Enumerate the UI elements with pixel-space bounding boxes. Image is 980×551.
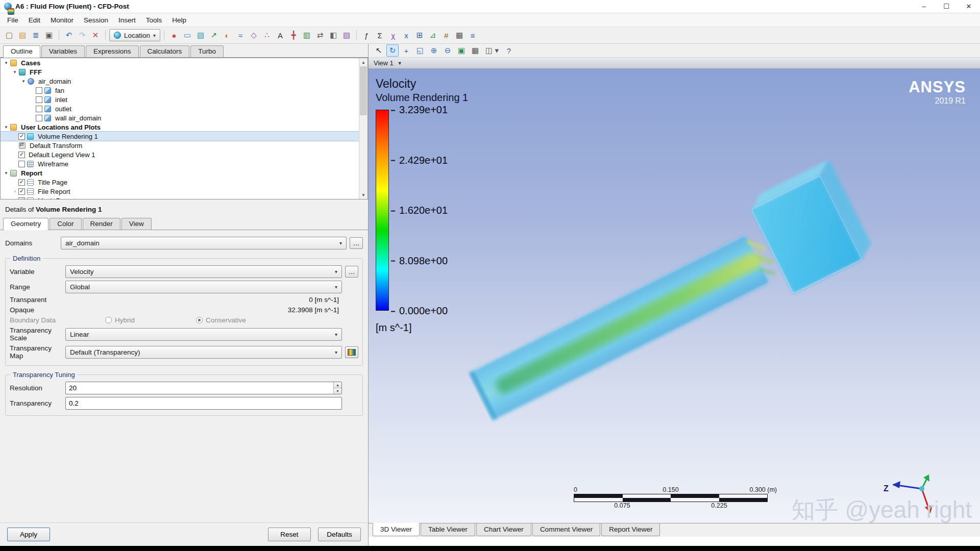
tree-item-default-transform[interactable]: Default Transform xyxy=(1,141,359,150)
menu-session[interactable]: Session xyxy=(79,14,113,26)
expander-icon[interactable]: › xyxy=(11,189,18,194)
close-button[interactable]: ✕ xyxy=(958,0,980,13)
viewport-3d[interactable]: Velocity Volume Rendering 1 3.239e+012.4… xyxy=(369,69,980,523)
visibility-checkbox[interactable] xyxy=(18,161,25,167)
variable-select[interactable]: Velocity ▾ xyxy=(65,265,342,278)
clip-plane-icon[interactable]: ◧ xyxy=(327,29,339,41)
variable-more-button[interactable]: … xyxy=(345,266,358,278)
menu-edit[interactable]: Edit xyxy=(23,14,45,26)
tree-item-inlet[interactable]: inlet xyxy=(1,95,359,104)
viewer-tab-table-viewer[interactable]: Table Viewer xyxy=(421,523,475,536)
visibility-checkbox[interactable] xyxy=(36,87,42,94)
variables-icon[interactable]: x xyxy=(400,29,412,41)
menu-insert[interactable]: Insert xyxy=(113,14,141,26)
vector-icon[interactable]: ↗ xyxy=(208,29,220,41)
tree-item-report[interactable]: ▾Report xyxy=(1,168,359,178)
visibility-checkbox[interactable] xyxy=(18,152,25,158)
tree-item-title-page[interactable]: Title Page xyxy=(1,178,359,187)
tree-item-air-domain[interactable]: ▾air_domain xyxy=(1,77,359,86)
instance-transform-icon[interactable]: ⇄ xyxy=(314,29,326,41)
viewer-tab-3d-viewer[interactable]: 3D Viewer xyxy=(373,523,420,536)
menu-monitor[interactable]: Monitor xyxy=(45,14,79,26)
details-tab-geometry[interactable]: Geometry xyxy=(3,218,48,230)
expander-icon[interactable]: ▾ xyxy=(3,170,10,176)
report-icon[interactable]: ≡ xyxy=(467,29,479,41)
save-project-icon[interactable]: ≣ xyxy=(30,29,42,41)
resolution-input[interactable] xyxy=(66,382,333,394)
tree-item-mesh-report[interactable]: Mesh Report xyxy=(1,196,359,199)
details-tab-render[interactable]: Render xyxy=(83,218,120,230)
menu-tools[interactable]: Tools xyxy=(141,14,167,26)
resolution-decrement-button[interactable]: ▼ xyxy=(334,388,341,394)
expander-icon[interactable]: ▾ xyxy=(3,124,10,130)
select-icon[interactable]: ↖ xyxy=(373,44,385,57)
viewer-tab-comment-viewer[interactable]: Comment Viewer xyxy=(532,523,600,536)
transparency-input[interactable] xyxy=(65,397,342,410)
comment-icon[interactable]: # xyxy=(440,29,452,41)
point-icon[interactable]: ● xyxy=(168,29,180,41)
viewer-tab-chart-viewer[interactable]: Chart Viewer xyxy=(476,523,531,536)
visibility-checkbox[interactable] xyxy=(18,133,25,140)
details-tab-view[interactable]: View xyxy=(121,218,152,230)
reset-button[interactable]: Reset xyxy=(268,528,311,541)
tree-item-user-locations-and-plots[interactable]: ▾User Locations and Plots xyxy=(1,122,359,132)
tab-outline[interactable]: Outline xyxy=(3,45,40,58)
macro-calculator-icon[interactable]: Σ xyxy=(374,29,386,41)
particle-track-icon[interactable]: ∴ xyxy=(261,29,273,41)
legend-icon[interactable]: ▥ xyxy=(301,29,313,41)
tab-calculators[interactable]: Calculators xyxy=(140,45,190,57)
colormap-icon[interactable]: ▨ xyxy=(340,29,353,41)
tree-item-volume-rendering-1[interactable]: Volume Rendering 1 xyxy=(1,132,359,141)
tree-item-outlet[interactable]: outlet xyxy=(1,104,359,113)
transparency-map-edit-button[interactable] xyxy=(345,346,358,358)
viewport-layout-icon[interactable]: ◫ ▾ xyxy=(483,44,501,57)
undo-icon[interactable]: ↶ xyxy=(63,29,75,41)
open-file-icon[interactable]: ▤ xyxy=(16,29,29,41)
zoom-in-icon[interactable]: ⊕ xyxy=(428,44,440,57)
scroll-track[interactable] xyxy=(359,66,368,191)
figure-icon[interactable]: ▦ xyxy=(453,29,465,41)
pan-icon[interactable]: + xyxy=(400,44,412,57)
print-icon[interactable]: ▣ xyxy=(43,29,55,41)
expressions-icon[interactable]: χ xyxy=(387,29,399,41)
apply-button[interactable]: Apply xyxy=(7,528,50,541)
table-icon[interactable]: ⊞ xyxy=(413,29,426,41)
radio-hybrid[interactable]: Hybrid xyxy=(105,316,135,324)
visibility-checkbox[interactable] xyxy=(18,179,25,186)
tab-expressions[interactable]: Expressions xyxy=(86,45,139,57)
text-icon[interactable]: A xyxy=(274,29,286,41)
range-select[interactable]: Global ▾ xyxy=(65,281,342,293)
mouse-mapping-help-icon[interactable]: ? xyxy=(503,44,515,57)
domains-more-button[interactable]: … xyxy=(350,237,363,249)
details-tab-color[interactable]: Color xyxy=(50,218,81,230)
expander-icon[interactable]: ▾ xyxy=(11,69,18,74)
menu-help[interactable]: Help xyxy=(167,14,191,26)
coord-frame-icon[interactable]: ╋ xyxy=(287,29,300,41)
tree-item-file-report[interactable]: ›File Report xyxy=(1,187,359,196)
redo-icon[interactable]: ↷ xyxy=(76,29,88,41)
tree-item-wall-air-domain[interactable]: wall air_domain xyxy=(1,113,359,122)
visibility-checkbox[interactable] xyxy=(36,115,42,121)
location-dropdown[interactable]: Location ▾ xyxy=(109,29,160,41)
visibility-checkbox[interactable] xyxy=(18,197,25,199)
expander-icon[interactable]: ▾ xyxy=(20,79,27,84)
visibility-checkbox[interactable] xyxy=(36,106,42,112)
contour-icon[interactable]: ◐ xyxy=(221,29,233,41)
isosurface-icon[interactable]: ◇ xyxy=(248,29,260,41)
tree-item-default-legend-view-1[interactable]: Default Legend View 1 xyxy=(1,150,359,159)
tree-item-fff[interactable]: ▾FFF xyxy=(1,67,359,77)
transparency-scale-select[interactable]: Linear ▾ xyxy=(65,328,342,341)
render-options-icon[interactable]: ▦ xyxy=(469,44,481,57)
streamline-icon[interactable]: ≈ xyxy=(234,29,247,41)
volume-icon[interactable]: ▧ xyxy=(194,29,207,41)
tree-scrollbar[interactable]: ▲ ▼ xyxy=(359,58,368,199)
visibility-checkbox[interactable] xyxy=(36,96,42,103)
chart-icon[interactable]: ⊿ xyxy=(427,29,439,41)
plane-icon[interactable]: ▭ xyxy=(181,29,193,41)
resolution-increment-button[interactable]: ▲ xyxy=(334,382,341,388)
fit-view-icon[interactable]: ▣ xyxy=(455,44,468,57)
menu-file[interactable]: File xyxy=(2,14,23,26)
function-calculator-icon[interactable]: ƒ xyxy=(360,29,373,41)
zoom-box-icon[interactable]: ◱ xyxy=(414,44,426,57)
scroll-up-icon[interactable]: ▲ xyxy=(359,58,368,66)
